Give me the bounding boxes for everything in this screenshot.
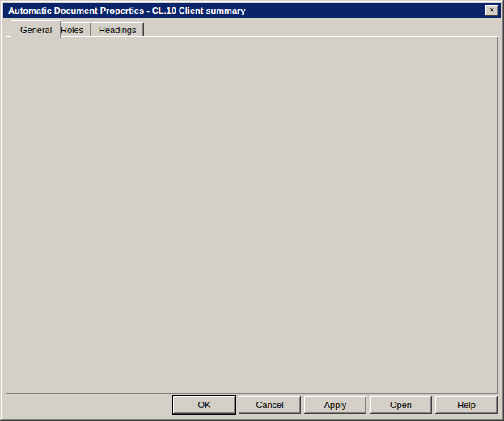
tab-headings-label: Headings [99, 25, 136, 35]
tab-roles-label: Roles [61, 25, 83, 35]
close-button[interactable]: ✕ [485, 5, 498, 16]
tab-general-label: General [20, 25, 52, 35]
open-button[interactable]: Open [370, 396, 432, 414]
cancel-button[interactable]: Cancel [239, 396, 301, 414]
close-icon: ✕ [489, 7, 495, 14]
ok-button[interactable]: OK [173, 396, 235, 414]
apply-button[interactable]: Apply [304, 396, 366, 414]
titlebar[interactable]: Automatic Document Properties - CL.10 Cl… [3, 3, 501, 18]
tab-page-general [6, 36, 498, 394]
help-button[interactable]: Help [435, 396, 498, 414]
dialog-window: Automatic Document Properties - CL.10 Cl… [0, 0, 504, 421]
window-title: Automatic Document Properties - CL.10 Cl… [6, 6, 485, 15]
tab-general[interactable]: General [11, 20, 61, 38]
tab-headings[interactable]: Headings [91, 22, 144, 37]
